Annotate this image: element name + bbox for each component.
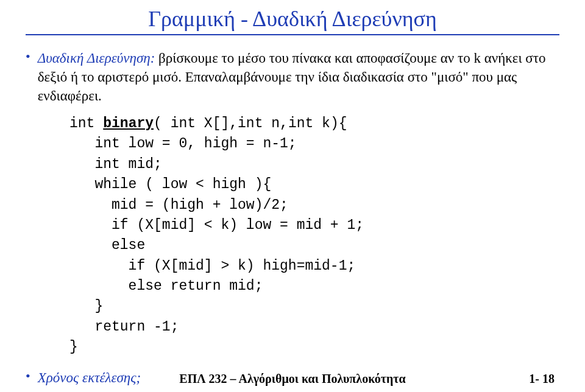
code-keyword-binary: binary bbox=[103, 116, 154, 131]
code-line-5: mid = (high + low)/2; bbox=[69, 197, 288, 213]
code-line-1a: int bbox=[69, 116, 103, 131]
title-underline bbox=[26, 34, 559, 35]
code-line-10: } bbox=[69, 298, 103, 314]
slide-title: Γραμμική - Δυαδική Διερεύνηση bbox=[26, 6, 559, 33]
slide-content: • Δυαδική Διερεύνηση: βρίσκουμε το μέσο … bbox=[26, 49, 559, 387]
code-line-8: if (X[mid] > k) high=mid-1; bbox=[69, 258, 355, 274]
bullet-dot-icon: • bbox=[26, 49, 30, 65]
code-line-6: if (X[mid] < k) low = mid + 1; bbox=[69, 217, 364, 233]
bullet-1-text: Δυαδική Διερεύνηση: βρίσκουμε το μέσο το… bbox=[38, 49, 559, 105]
footer-page-number: 1- 18 bbox=[529, 372, 555, 386]
code-line-7: else bbox=[69, 237, 145, 253]
code-line-12: } bbox=[69, 339, 78, 355]
code-line-2: int low = 0, high = n-1; bbox=[69, 136, 297, 152]
code-line-1b: ( int X[],int n,int k){ bbox=[154, 116, 347, 131]
code-line-4: while ( low < high ){ bbox=[69, 177, 271, 192]
slide-footer: ΕΠΛ 232 – Αλγόριθμοι και Πολυπλοκότητα 1… bbox=[0, 372, 585, 386]
bullet-item-1: • Δυαδική Διερεύνηση: βρίσκουμε το μέσο … bbox=[26, 49, 559, 105]
code-line-3: int mid; bbox=[69, 156, 162, 172]
slide: Γραμμική - Δυαδική Διερεύνηση • Δυαδική … bbox=[0, 0, 585, 392]
bullet-1-lead: Δυαδική Διερεύνηση: bbox=[38, 51, 155, 66]
footer-course: ΕΠΛ 232 – Αλγόριθμοι και Πολυπλοκότητα bbox=[179, 372, 405, 386]
code-block: int binary( int X[],int n,int k){ int lo… bbox=[69, 114, 559, 357]
code-line-9: else return mid; bbox=[69, 278, 263, 294]
code-line-11: return -1; bbox=[69, 319, 179, 335]
